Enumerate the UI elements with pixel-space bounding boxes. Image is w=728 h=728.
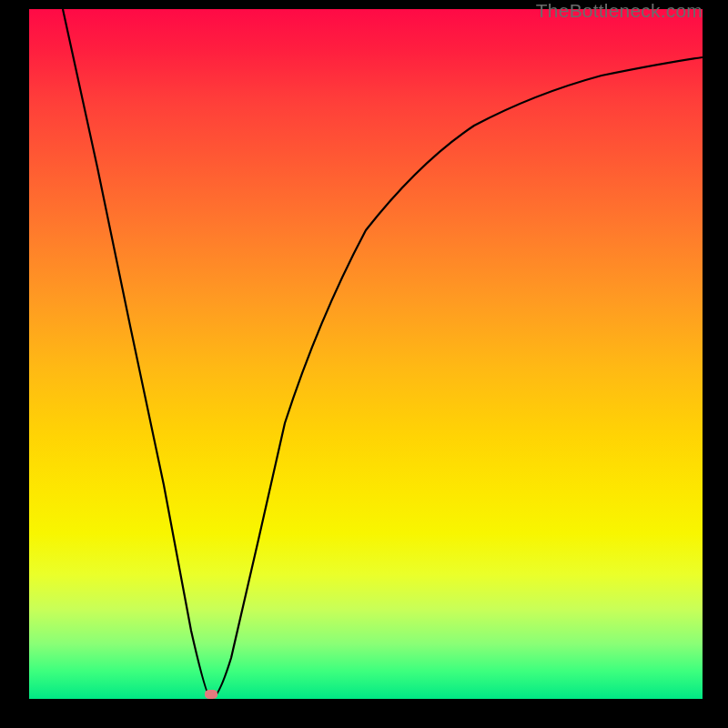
min-marker	[205, 690, 217, 699]
watermark-text: TheBottleneck.com	[536, 0, 703, 22]
curve-path	[63, 9, 703, 699]
bottleneck-curve	[29, 9, 703, 699]
plot-area	[29, 9, 703, 699]
chart-stage: TheBottleneck.com	[0, 0, 728, 728]
